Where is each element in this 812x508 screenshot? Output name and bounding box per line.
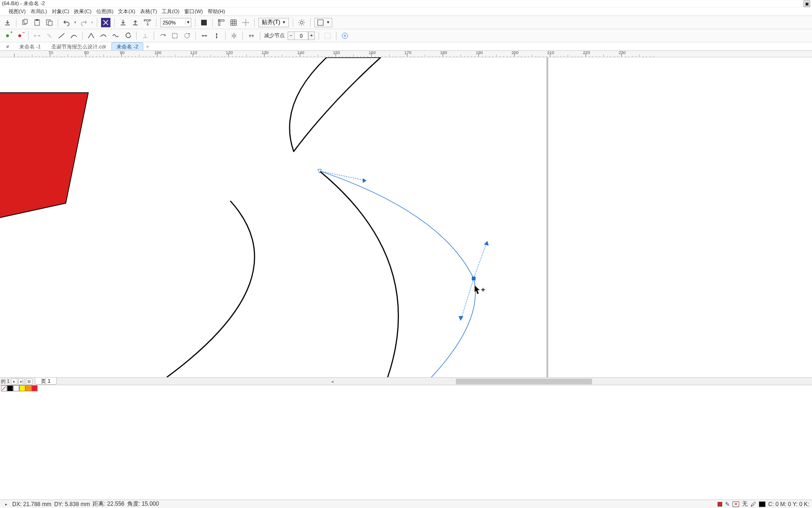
select-all-nodes-icon[interactable] <box>323 31 332 40</box>
menu-text[interactable]: 文本(X) <box>116 8 137 16</box>
doc-tab[interactable]: 未命名 -1 <box>14 42 46 50</box>
align-v-icon[interactable] <box>212 31 221 40</box>
menu-effects[interactable]: 效果(C) <box>72 8 93 16</box>
no-fill-indicator[interactable] <box>733 501 739 507</box>
outline-color-indicator[interactable] <box>759 501 765 507</box>
status-angle: 角度: 15.000 <box>127 500 159 508</box>
paste-icon[interactable] <box>32 18 42 27</box>
align-h-icon[interactable] <box>200 31 209 40</box>
break-node-icon[interactable] <box>45 31 54 40</box>
svg-point-15 <box>185 33 189 38</box>
import-icon[interactable] <box>118 18 128 27</box>
node-count-input[interactable] <box>294 32 308 40</box>
launch-dropdown[interactable]: ▼ <box>314 18 332 27</box>
undo-button[interactable] <box>62 18 71 27</box>
pen-icon[interactable]: 🖊 <box>750 501 756 508</box>
hscroll[interactable]: ◂ <box>329 378 812 385</box>
color-swatch[interactable] <box>19 385 25 391</box>
black-curve-top[interactable] <box>289 57 381 151</box>
hscroll-thumb[interactable] <box>456 379 592 384</box>
color-swatch[interactable] <box>7 385 13 391</box>
canvas-area[interactable] <box>0 57 812 377</box>
doc-tab[interactable]: 圣诞节海报怎么设计.cdr <box>46 42 111 50</box>
smooth-node-icon[interactable] <box>99 31 108 40</box>
red-shape[interactable] <box>0 93 88 220</box>
delete-node-button[interactable]: − <box>15 31 24 40</box>
page-navigation: 的 1 ▸ ▸| ⊞ 页 1 ◂ <box>0 377 812 385</box>
elastic-icon[interactable] <box>247 31 256 40</box>
grid-icon[interactable] <box>229 18 238 27</box>
page-tab[interactable]: 页 1 <box>35 378 56 385</box>
cusp-node-icon[interactable] <box>86 31 96 40</box>
zoom-input[interactable] <box>161 20 185 25</box>
color-proof-icon[interactable] <box>718 502 722 507</box>
drawing-canvas[interactable] <box>0 57 653 377</box>
pdf-icon[interactable]: PDF⇩ <box>143 18 152 27</box>
zoom-level[interactable]: ▼ <box>160 18 191 27</box>
collapse-icon[interactable]: ▸ <box>3 501 9 508</box>
to-curve-icon[interactable] <box>69 31 78 40</box>
restore-icon[interactable]: ▣ <box>804 0 810 7</box>
minus-icon[interactable]: − <box>288 32 294 40</box>
next-page-icon[interactable]: ▸ <box>11 378 17 385</box>
stretch-icon[interactable] <box>170 31 180 40</box>
black-curve-left[interactable] <box>167 201 255 377</box>
export-icon[interactable] <box>3 18 12 27</box>
doc-tab[interactable]: ≠ <box>1 42 14 50</box>
menu-tools[interactable]: 工具(O) <box>160 8 181 16</box>
menu-table[interactable]: 表格(T) <box>138 8 159 16</box>
menu-item[interactable] <box>2 11 6 12</box>
separator <box>114 18 115 27</box>
fullscreen-icon[interactable] <box>199 18 209 27</box>
separator <box>58 18 58 27</box>
to-line-icon[interactable] <box>57 31 66 40</box>
doc-tab-active[interactable]: 未命名 -2 <box>111 42 143 50</box>
guides-icon[interactable] <box>241 18 250 27</box>
reverse-icon[interactable] <box>123 31 133 40</box>
copy-icon[interactable] <box>20 18 30 27</box>
control-handle[interactable] <box>320 171 367 181</box>
horizontal-ruler[interactable]: 7080901001101201301401501601701801902002… <box>0 51 812 57</box>
handle-arrow-icon <box>363 178 367 183</box>
extract-icon[interactable] <box>158 31 167 40</box>
separator <box>336 32 336 40</box>
rulers-icon[interactable] <box>217 18 226 27</box>
node-count-spinner[interactable]: − + <box>288 32 315 40</box>
reflect-h-icon[interactable] <box>229 31 239 40</box>
plus-icon[interactable]: + <box>308 32 315 40</box>
redo-button[interactable] <box>79 18 88 27</box>
control-handle[interactable] <box>474 241 487 278</box>
options-icon[interactable] <box>297 18 306 27</box>
color-swatch[interactable] <box>31 385 38 391</box>
symmetric-node-icon[interactable] <box>111 31 120 40</box>
bounding-box-icon[interactable] <box>340 31 350 40</box>
menu-layout[interactable]: 布局(L) <box>29 8 49 16</box>
svg-rect-6 <box>201 20 207 25</box>
scroll-left-icon[interactable]: ◂ <box>329 378 336 385</box>
add-page-icon[interactable]: ⊞ <box>26 378 32 385</box>
zoom-dropdown-icon[interactable]: ▼ <box>185 20 191 24</box>
menu-window[interactable]: 窗口(W) <box>182 8 205 16</box>
launch-icon[interactable] <box>101 18 110 27</box>
rotate-icon[interactable] <box>182 31 192 40</box>
editing-curve[interactable] <box>320 171 476 377</box>
pen-icon[interactable]: ✎ <box>725 501 730 508</box>
menu-help[interactable]: 帮助(H) <box>206 8 227 16</box>
add-tab-icon[interactable]: + <box>143 44 152 50</box>
status-right: ✎ 无 🖊 C: 0 M: 0 Y: 0 K: <box>718 500 809 508</box>
color-swatch[interactable] <box>25 385 31 391</box>
color-swatch[interactable] <box>13 385 19 391</box>
export-up-icon[interactable] <box>131 18 140 27</box>
extend-icon[interactable] <box>141 31 150 40</box>
last-page-icon[interactable]: ▸| <box>18 378 25 385</box>
no-fill-swatch[interactable] <box>1 385 7 391</box>
menu-bitmap[interactable]: 位图(B) <box>94 8 116 16</box>
status-dx: DX: 21.788 mm <box>12 501 51 508</box>
menu-object[interactable]: 对象(C) <box>50 8 71 16</box>
snap-button[interactable]: 贴齐(T) ▼ <box>258 18 289 27</box>
join-nodes-icon[interactable] <box>32 31 42 40</box>
add-node-button[interactable]: + <box>3 31 12 40</box>
menu-view[interactable]: 视图(V) <box>7 8 28 16</box>
black-curve-mid[interactable] <box>319 170 398 377</box>
clipboard-icon[interactable] <box>45 18 54 27</box>
